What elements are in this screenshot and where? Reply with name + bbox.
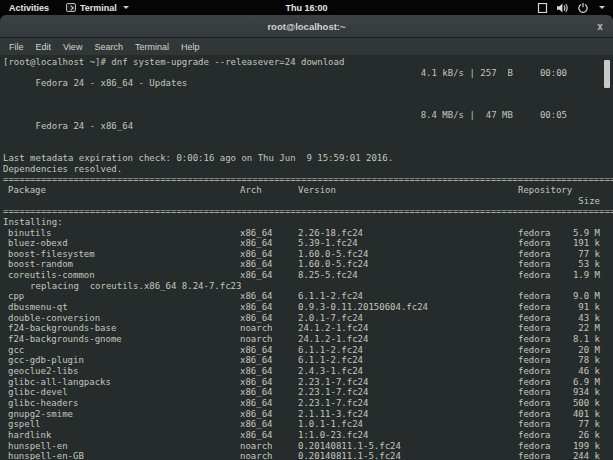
cell-size: 77 k (566, 249, 600, 260)
cell-size: 1.9 M (566, 270, 600, 281)
cell-version: 2.26-18.fc24 (298, 228, 518, 239)
table-row: geoclue2-libsx86_642.4.3-1.fc24fedora46 … (0, 366, 613, 377)
cell-repo: fedora (518, 249, 566, 260)
table-row: gnupg2-smimex86_642.1.11-3.fc24fedora401… (0, 409, 613, 420)
table-row: gcc-gdb-pluginx86_646.1.1-2.fc24fedora78… (0, 355, 613, 366)
cell-repo: fedora (518, 451, 566, 460)
menu-item-search[interactable]: Search (88, 40, 129, 54)
section-label-installing: Installing: (0, 217, 613, 228)
menu-item-file[interactable]: File (3, 40, 30, 54)
package-table: binutilsx86_642.26-18.fc24fedora5.9 Mblu… (0, 228, 613, 460)
cell-name: boost-random (3, 259, 240, 270)
cell-size: 199 k (566, 441, 600, 452)
separator-line: ========================================… (0, 174, 613, 185)
screen-icon (537, 3, 548, 13)
menu-item-terminal[interactable]: Terminal (129, 40, 175, 54)
cell-size: 46 k (566, 366, 600, 377)
cell-arch: x86_64 (240, 398, 298, 409)
cell-arch: x86_64 (240, 377, 298, 388)
volume-icon (557, 3, 569, 13)
cell-arch: x86_64 (240, 238, 298, 249)
cell-name: glibc-devel (3, 387, 240, 398)
cell-arch: x86_64 (240, 313, 298, 324)
cell-name: coreutils-common (3, 270, 240, 281)
window-title: root@localhost:~ (267, 21, 345, 32)
terminal-output[interactable]: [root@localhost ~]# dnf system-upgrade -… (0, 55, 613, 460)
cell-name: gcc-gdb-plugin (3, 355, 240, 366)
cell-version: 6.1.1-2.fc24 (298, 345, 518, 356)
table-row: coreutils-commonx86_648.25-5.fc24fedora1… (0, 270, 613, 281)
table-row: gspellx86_641.0.1-1.fc24fedora77 k (0, 419, 613, 430)
cell-repo: fedora (518, 345, 566, 356)
app-menu-terminal[interactable]: Terminal (58, 0, 137, 15)
cell-repo: fedora (518, 228, 566, 239)
cell-repo: fedora (518, 238, 566, 249)
cell-arch: noarch (240, 334, 298, 345)
dependencies-resolved-line: Dependencies resolved. (0, 164, 613, 175)
cell-version: 0.20140811.1-5.fc24 (298, 441, 518, 452)
table-row: bluez-obexdx86_645.39-1.fc24fedora191 k (0, 238, 613, 249)
cell-size: 77 k (566, 419, 600, 430)
table-header-row-2: Size (0, 196, 613, 207)
cell-arch: x86_64 (240, 270, 298, 281)
repo-progress-line: Fedora 24 - x86_64 - Updates 4.1 kB/s | … (0, 68, 613, 111)
cell-arch: x86_64 (240, 345, 298, 356)
cell-size: 5.9 M (566, 228, 600, 239)
activities-button[interactable]: Activities (0, 0, 58, 15)
table-row: cppx86_646.1.1-2.fc24fedora9.0 M (0, 291, 613, 302)
cell-size: 9.0 M (566, 291, 600, 302)
cell-repo: fedora (518, 355, 566, 366)
menubar: FileEditViewSearchTerminalHelp (0, 38, 613, 55)
system-status-area[interactable] (537, 3, 613, 13)
repo-stats: 8.4 MB/s | 47 MB 00:05 (421, 110, 567, 121)
cell-arch: noarch (240, 451, 298, 460)
cell-arch: noarch (240, 441, 298, 452)
menu-item-help[interactable]: Help (175, 40, 206, 54)
cell-version: 8.25-5.fc24 (298, 270, 518, 281)
metadata-line: Last metadata expiration check: 0:00:16 … (0, 153, 613, 164)
close-icon[interactable]: x (593, 19, 607, 33)
chevron-down-icon (599, 6, 605, 9)
cell-name: glibc-headers (3, 398, 240, 409)
cell-size: 43 k (566, 313, 600, 324)
table-row: double-conversionx86_642.0.1-7.fc24fedor… (0, 313, 613, 324)
table-row: glibc-headersx86_642.23.1-7.fc24fedora50… (0, 398, 613, 409)
cell-name: geoclue2-libs (3, 366, 240, 377)
replacing-note-row: replacing coreutils.x86_64 8.24-7.fc23 (0, 281, 613, 292)
cell-name: f24-backgrounds-base (3, 323, 240, 334)
cell-arch: x86_64 (240, 249, 298, 260)
cell-repo: fedora (518, 313, 566, 324)
cell-name: double-conversion (3, 313, 240, 324)
window-titlebar[interactable]: root@localhost:~ x (0, 15, 613, 38)
separator-line: ========================================… (0, 206, 613, 217)
menu-item-view[interactable]: View (57, 40, 88, 54)
cell-size: 22 M (566, 323, 600, 334)
cell-version: 6.1.1-2.fc24 (298, 355, 518, 366)
cell-name: hunspell-en-GB (3, 451, 240, 460)
cell-version: 1.60.0-5.fc24 (298, 249, 518, 260)
cell-size: 6.9 M (566, 377, 600, 388)
cell-arch: x86_64 (240, 419, 298, 430)
cell-repo: fedora (518, 334, 566, 345)
cell-size: 53 k (566, 259, 600, 270)
cell-name: cpp (3, 291, 240, 302)
power-icon (578, 3, 588, 13)
cell-repo: fedora (518, 366, 566, 377)
cell-name: gcc (3, 345, 240, 356)
table-header-row: Package Arch Version Repository (0, 185, 613, 196)
table-row: hunspell-en-GBnoarch0.20140811.1-5.fc24f… (0, 451, 613, 460)
cell-arch: x86_64 (240, 409, 298, 420)
cell-arch: x86_64 (240, 366, 298, 377)
cell-name: glibc-all-langpacks (3, 377, 240, 388)
cell-name: f24-backgrounds-gnome (3, 334, 240, 345)
chevron-down-icon (123, 6, 129, 9)
cell-size: 78 k (566, 355, 600, 366)
cell-version: 1:1.0-23.fc24 (298, 430, 518, 441)
cell-version: 2.1.11-3.fc24 (298, 409, 518, 420)
cell-version: 2.23.1-7.fc24 (298, 377, 518, 388)
cell-arch: x86_64 (240, 228, 298, 239)
menu-item-edit[interactable]: Edit (30, 40, 58, 54)
col-header-size: Size (566, 196, 600, 207)
scrollbar-thumb[interactable] (604, 60, 610, 88)
cell-arch: x86_64 (240, 430, 298, 441)
